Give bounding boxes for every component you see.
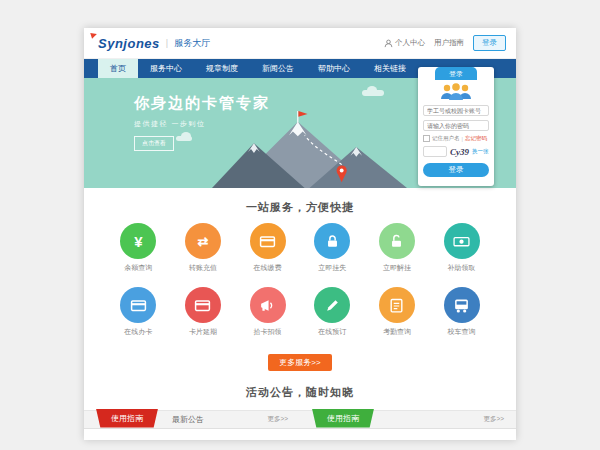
flag-pole-icon [297,111,298,123]
more-link-left[interactable]: 更多>> [267,415,288,424]
bus-icon [444,287,480,323]
nav-item-link[interactable]: 新闻公告 [250,59,306,78]
header-login-button[interactable]: 登录 [473,35,506,51]
service-item[interactable]: 在线缴费 [235,223,300,273]
hero-text: 你身边的卡管专家 提供捷径 一步到位 点击查看 [134,94,270,151]
users-group-icon [423,82,489,102]
service-item[interactable]: ⇄转账充值 [171,223,236,273]
pencil-icon [314,287,350,323]
page: Synjones | 服务大厅 个人中心 用户指南 登录 首页服务中心规章制度新… [84,28,516,440]
service-item[interactable]: 补助领取 [429,223,494,273]
nav-item-link[interactable]: 帮助中心 [306,59,362,78]
logo-divider: | [166,38,168,48]
announcements-right-module: 使用指南 更多>> [300,411,516,428]
card-icon [250,223,286,259]
services-grid: ¥余额查询⇄转账充值在线缴费立即挂失立即解挂补助领取在线办卡卡片延期拾卡招领在线… [84,223,516,351]
service-item[interactable]: 在线办卡 [106,287,171,337]
service-item[interactable]: 考勤查询 [365,287,430,337]
service-item[interactable]: 卡片延期 [171,287,236,337]
hero-subtitle: 提供捷径 一步到位 [134,119,270,129]
user-guide-label: 用户指南 [434,38,464,48]
usage-guide-ribbon-green[interactable]: 使用指南 [312,409,374,428]
service-label: 卡片延期 [171,327,236,337]
more-services-button[interactable]: 更多服务>> [268,354,331,371]
login-tab[interactable]: 登录 [435,67,477,80]
hero-banner: 你身边的卡管专家 提供捷径 一步到位 点击查看 登录 [84,78,516,188]
card-icon [120,287,156,323]
captcha-row: Cy39 换一张 [423,146,489,157]
more-link-right[interactable]: 更多>> [483,415,504,424]
username-input[interactable] [423,105,489,116]
flag-icon [298,111,307,117]
forgot-password-link[interactable]: 忘记密码 [465,135,487,142]
captcha-image[interactable]: Cy39 [450,147,469,157]
login-submit-button[interactable]: 登录 [423,163,489,177]
service-label: 拾卡招领 [235,327,300,337]
usage-guide-ribbon[interactable]: 使用指南 [96,409,158,428]
service-item[interactable]: ¥余额查询 [106,223,171,273]
nav-item-link[interactable]: 相关链接 [362,59,418,78]
service-label: 补助领取 [429,263,494,273]
captcha-refresh-link[interactable]: 换一张 [472,148,489,155]
login-panel: 登录 记住用户名 | 忘记密码 C [418,67,494,186]
service-label: 立即解挂 [365,263,430,273]
services-title: 一站服务，方便快捷 [84,200,516,215]
announcements-left-module: 使用指南 最新公告 更多>> [84,411,300,428]
latest-announcements-tab[interactable]: 最新公告 [172,414,204,425]
megaphone-icon [250,287,286,323]
yen-icon: ¥ [120,223,156,259]
service-label: 转账充值 [171,263,236,273]
service-label: 在线办卡 [106,327,171,337]
nav-item-link[interactable]: 规章制度 [194,59,250,78]
login-options-row: 记住用户名 | 忘记密码 [423,135,489,142]
user-icon [384,39,393,48]
captcha-input[interactable] [423,146,447,157]
nav-item-active[interactable]: 首页 [98,59,138,78]
password-input[interactable] [423,120,489,131]
card-icon [185,287,221,323]
personal-center-link[interactable]: 个人中心 [384,38,425,48]
service-item[interactable]: 立即解挂 [365,223,430,273]
service-item[interactable]: 立即挂失 [300,223,365,273]
services-section: 一站服务，方便快捷 ¥余额查询⇄转账充值在线缴费立即挂失立即解挂补助领取在线办卡… [84,188,516,400]
transfer-icon: ⇄ [185,223,221,259]
service-label: 校车查询 [429,327,494,337]
user-guide-link[interactable]: 用户指南 [434,38,464,48]
banknote-icon [444,223,480,259]
logo-arrow-icon [90,31,98,39]
service-label: 立即挂失 [300,263,365,273]
service-label: 在线预订 [300,327,365,337]
service-item[interactable]: 校车查询 [429,287,494,337]
hero-cta-button[interactable]: 点击查看 [134,136,174,151]
lock-icon [314,223,350,259]
remember-checkbox[interactable] [423,135,430,142]
service-label: 在线缴费 [235,263,300,273]
header-right: 个人中心 用户指南 登录 [384,35,506,51]
service-label: 考勤查询 [365,327,430,337]
personal-center-label: 个人中心 [395,38,425,48]
header: Synjones | 服务大厅 个人中心 用户指南 登录 [84,28,516,59]
announcements-band: 使用指南 最新公告 更多>> 使用指南 更多>> [84,410,516,429]
cloud-icon [362,90,384,96]
logo-text: Synjones [98,36,160,51]
service-item[interactable]: 拾卡招领 [235,287,300,337]
nav-item-link[interactable]: 服务中心 [138,59,194,78]
service-item[interactable]: 在线预订 [300,287,365,337]
announcements-title: 活动公告，随时知晓 [84,385,516,400]
logo-subtitle: 服务大厅 [174,37,210,50]
remember-label: 记住用户名 [432,135,460,142]
logo: Synjones | 服务大厅 [98,36,210,51]
form-icon [379,287,415,323]
options-separator: | [462,136,463,142]
service-label: 余额查询 [106,263,171,273]
unlock-icon [379,223,415,259]
hero-title: 你身边的卡管专家 [134,94,270,113]
